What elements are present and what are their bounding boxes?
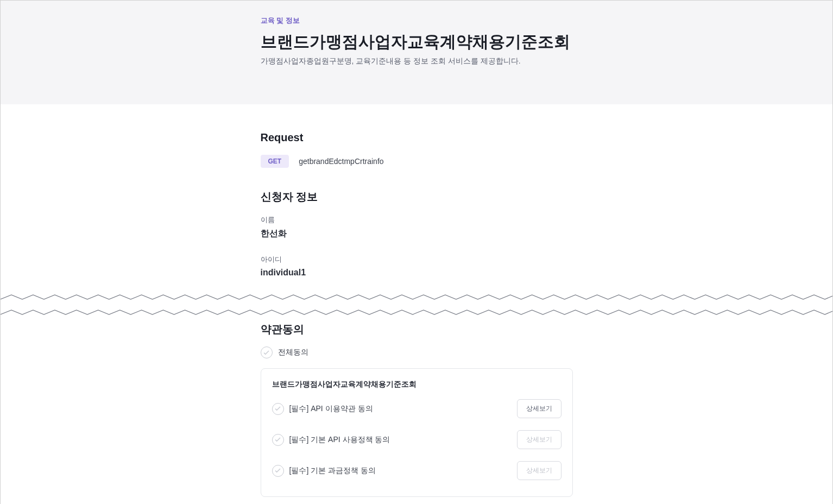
terms-item-label: [필수] 기본 과금정책 동의 <box>289 466 376 476</box>
detail-button[interactable]: 상세보기 <box>517 399 561 418</box>
check-icon <box>275 468 281 473</box>
terms-box-title: 브랜드가맹점사업자교육계약채용기준조회 <box>272 380 561 389</box>
detail-button: 상세보기 <box>517 430 561 449</box>
terms-item-label: [필수] 기본 API 사용정책 동의 <box>289 435 390 445</box>
endpoint-name: getbrandEdctmpCrtrainfo <box>299 157 383 166</box>
terms-item: [필수] 기본 과금정책 동의 상세보기 <box>272 461 561 492</box>
name-value: 한선화 <box>261 228 573 240</box>
check-icon <box>263 350 269 355</box>
terms-checkbox[interactable] <box>272 403 284 415</box>
category-label: 교육 및 정보 <box>261 16 573 26</box>
page-description: 가맹점사업자종업원구분명, 교육기준내용 등 정보 조회 서비스를 제공합니다. <box>261 56 573 66</box>
check-icon <box>275 406 281 411</box>
torn-edge-divider <box>1 293 832 319</box>
terms-heading: 약관동의 <box>261 322 573 337</box>
name-field: 이름 한선화 <box>261 215 573 240</box>
check-icon <box>275 437 281 442</box>
method-badge: GET <box>261 155 289 168</box>
method-row: GET getbrandEdctmpCrtrainfo <box>261 155 573 168</box>
page-title: 브랜드가맹점사업자교육계약채용기준조회 <box>261 31 573 52</box>
terms-item-label: [필수] API 이용약관 동의 <box>289 404 373 414</box>
terms-checkbox[interactable] <box>272 434 284 446</box>
id-field: 아이디 individual1 <box>261 255 573 278</box>
terms-box: 브랜드가맹점사업자교육계약채용기준조회 [필수] API 이용약관 동의 상세보… <box>261 368 573 497</box>
agree-all-checkbox[interactable] <box>261 346 273 358</box>
agree-all-row[interactable]: 전체동의 <box>261 346 573 358</box>
terms-item: [필수] 기본 API 사용정책 동의 상세보기 <box>272 430 561 461</box>
header-section: 교육 및 정보 브랜드가맹점사업자교육계약채용기준조회 가맹점사업자종업원구분명… <box>1 1 832 104</box>
id-value: individual1 <box>261 268 573 278</box>
request-heading: Request <box>261 131 573 144</box>
applicant-heading: 신청자 정보 <box>261 190 573 204</box>
main-section: Request GET getbrandEdctmpCrtrainfo 신청자 … <box>1 104 832 504</box>
name-label: 이름 <box>261 215 573 225</box>
id-label: 아이디 <box>261 255 573 264</box>
terms-checkbox[interactable] <box>272 465 284 477</box>
terms-item: [필수] API 이용약관 동의 상세보기 <box>272 399 561 430</box>
detail-button: 상세보기 <box>517 461 561 480</box>
agree-all-label: 전체동의 <box>278 348 308 357</box>
